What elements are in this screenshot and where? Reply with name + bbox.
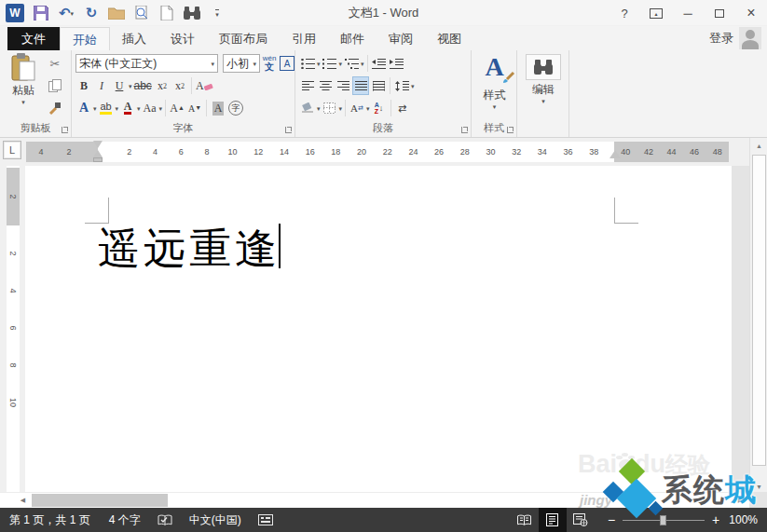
format-painter-button[interactable] xyxy=(47,99,63,117)
tab-references[interactable]: 引用 xyxy=(280,27,328,50)
strikethrough-button[interactable]: abc xyxy=(133,76,153,95)
horizontal-ruler[interactable]: 42 2468101214161820222426283032343638 40… xyxy=(26,142,729,162)
asian-layout-dropdown-arrow[interactable]: ▾ xyxy=(366,105,370,112)
undo-button[interactable]: ↶▾ xyxy=(58,3,75,23)
copy-button[interactable] xyxy=(47,76,63,95)
scroll-left-button[interactable]: ◀ xyxy=(15,493,31,508)
styles-dialog-launcher[interactable] xyxy=(507,127,514,133)
superscript-button[interactable]: x2 xyxy=(171,76,188,95)
minimize-button[interactable]: ─ xyxy=(676,3,700,23)
multilevel-dropdown-arrow[interactable]: ▾ xyxy=(361,61,364,67)
new-document-button[interactable] xyxy=(158,3,175,23)
change-case-button[interactable]: Aa xyxy=(142,99,158,117)
tab-home[interactable]: 开始 xyxy=(60,27,110,50)
font-color-dropdown-arrow[interactable]: ▾ xyxy=(137,105,141,112)
phonetic-guide-button[interactable]: wén文 xyxy=(261,54,278,73)
paste-dropdown-arrow[interactable]: ▾ xyxy=(21,99,25,105)
clear-formatting-button[interactable]: A xyxy=(195,76,214,95)
maximize-button[interactable] xyxy=(707,3,732,23)
grow-font-button[interactable]: A▲ xyxy=(169,99,185,117)
horizontal-scrollbar-thumb[interactable] xyxy=(32,494,168,507)
bold-button[interactable]: B xyxy=(75,76,92,95)
print-layout-button[interactable] xyxy=(539,508,567,532)
paragraph-dialog-launcher[interactable] xyxy=(461,127,468,133)
font-name-combo[interactable]: 宋体 (中文正文)▾ xyxy=(75,54,218,73)
save-button[interactable] xyxy=(33,3,49,23)
tab-mailings[interactable]: 邮件 xyxy=(328,27,377,50)
decrease-indent-button[interactable] xyxy=(371,54,388,73)
subscript-button[interactable]: x2 xyxy=(154,76,171,95)
customize-qat-button[interactable]: ▾ xyxy=(209,3,226,23)
proofing-button[interactable] xyxy=(150,514,180,526)
show-marks-button[interactable]: ⇄ xyxy=(394,99,411,117)
borders-button[interactable] xyxy=(322,99,338,117)
align-left-button[interactable] xyxy=(299,76,316,95)
align-center-button[interactable] xyxy=(317,76,334,95)
numbering-dropdown-arrow[interactable]: ▾ xyxy=(339,61,343,67)
hanging-indent-marker[interactable] xyxy=(93,150,103,157)
close-button[interactable]: × xyxy=(739,3,763,23)
help-button[interactable]: ? xyxy=(612,3,637,23)
print-preview-button[interactable] xyxy=(133,3,150,23)
language-indicator[interactable]: 中文(中国) xyxy=(180,512,251,528)
vertical-ruler[interactable]: 2 246810 xyxy=(0,166,25,492)
styles-dropdown-arrow[interactable]: ▾ xyxy=(493,103,497,110)
font-dialog-launcher[interactable] xyxy=(285,127,292,133)
redo-button[interactable]: ↻ xyxy=(83,3,100,23)
justify-button[interactable] xyxy=(352,76,369,95)
distribute-button[interactable] xyxy=(370,76,387,95)
right-indent-marker[interactable] xyxy=(609,150,621,158)
text-effects-dropdown-arrow[interactable]: ▾ xyxy=(93,105,97,112)
character-border-button[interactable]: A xyxy=(279,54,295,73)
input-mode-button[interactable] xyxy=(251,514,281,525)
vertical-scrollbar[interactable]: ▲ ▼ xyxy=(749,138,767,494)
change-case-dropdown-arrow[interactable]: ▾ xyxy=(159,105,163,112)
scroll-up-button[interactable]: ▲ xyxy=(750,138,767,153)
text-effects-button[interactable]: A xyxy=(75,99,92,117)
open-button[interactable] xyxy=(108,3,125,23)
align-right-button[interactable] xyxy=(335,76,351,95)
numbering-button[interactable] xyxy=(322,54,338,73)
bullets-dropdown-arrow[interactable]: ▾ xyxy=(317,61,321,67)
underline-dropdown-arrow[interactable]: ▾ xyxy=(129,83,132,89)
tab-insert[interactable]: 插入 xyxy=(110,27,158,50)
left-indent-marker[interactable] xyxy=(93,157,103,162)
font-size-dropdown-arrow[interactable]: ▾ xyxy=(250,61,256,67)
document-text[interactable]: 遥远重逢 xyxy=(98,224,281,273)
borders-dropdown-arrow[interactable]: ▾ xyxy=(339,105,343,112)
highlight-dropdown-arrow[interactable]: ▾ xyxy=(116,105,119,112)
tab-file[interactable]: 文件 xyxy=(7,27,60,50)
shading-dropdown-arrow[interactable]: ▾ xyxy=(317,105,321,112)
vertical-scrollbar-thumb[interactable] xyxy=(752,155,766,466)
font-name-dropdown-arrow[interactable]: ▾ xyxy=(208,61,214,67)
document-page[interactable]: 遥远重逢 xyxy=(25,166,732,492)
ribbon-display-options-button[interactable]: ▴ xyxy=(644,3,668,23)
increase-indent-button[interactable] xyxy=(389,54,405,73)
first-line-indent-marker[interactable] xyxy=(93,141,103,148)
web-layout-button[interactable] xyxy=(567,508,595,532)
font-size-combo[interactable]: 小初▾ xyxy=(223,54,260,73)
multilevel-list-button[interactable] xyxy=(343,54,360,73)
cut-button[interactable]: ✂ xyxy=(47,54,63,73)
shading-button[interactable] xyxy=(299,99,316,117)
font-color-button[interactable]: A xyxy=(119,99,136,117)
tab-view[interactable]: 视图 xyxy=(425,27,473,50)
word-count[interactable]: 4 个字 xyxy=(100,512,150,528)
clipboard-dialog-launcher[interactable] xyxy=(62,127,68,133)
tab-review[interactable]: 审阅 xyxy=(377,27,425,50)
find-button[interactable] xyxy=(184,3,200,23)
shrink-font-button[interactable]: A▼ xyxy=(186,99,203,117)
highlight-color-button[interactable]: ab xyxy=(98,99,115,117)
tab-page-layout[interactable]: 页面布局 xyxy=(207,27,280,50)
character-shading-button[interactable]: A xyxy=(210,99,226,117)
underline-button[interactable]: U xyxy=(111,76,128,95)
styles-button[interactable]: A 样式 ▾ xyxy=(474,54,514,110)
paste-button[interactable]: 粘贴 ▾ xyxy=(4,53,43,105)
asian-layout-button[interactable]: A⇄ xyxy=(349,99,365,117)
line-spacing-button[interactable] xyxy=(393,76,410,95)
enclose-characters-button[interactable]: 字 xyxy=(227,99,244,117)
italic-button[interactable]: I xyxy=(93,76,110,95)
editing-button[interactable]: 编辑 ▾ xyxy=(523,54,564,104)
sign-in[interactable]: 登录 xyxy=(709,26,761,50)
undo-dropdown-arrow[interactable]: ▾ xyxy=(71,10,75,17)
